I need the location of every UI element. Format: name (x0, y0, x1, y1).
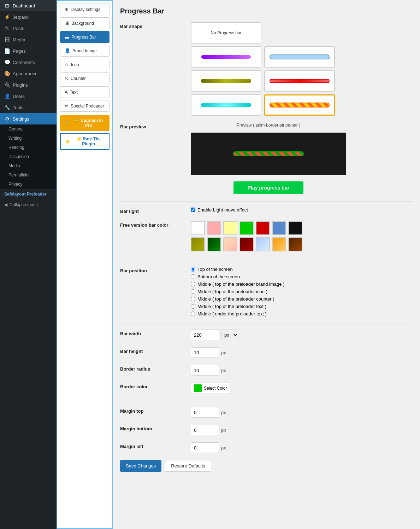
radio-bottom[interactable]: Bottom of the screen (191, 274, 284, 279)
swatch-light-blue-gradient[interactable] (256, 237, 270, 251)
swatch-black[interactable] (288, 221, 302, 235)
settings-icon: ⚙ (4, 116, 10, 122)
swatch-dark-red-gradient[interactable] (239, 237, 254, 251)
sidebar-item-settings[interactable]: ⚙ Settings (0, 113, 57, 124)
sidebar-item-dashboard[interactable]: ⊞ Dashboard (0, 0, 57, 11)
radio-middle-counter[interactable]: Middle ( top of the preloader counter ) (191, 296, 284, 302)
sidebar-item-tools[interactable]: 🔧 Tools (0, 102, 57, 113)
border-radius-unit: px (221, 368, 226, 373)
margin-bottom-input[interactable] (191, 425, 219, 435)
bar-shape-blue-outline[interactable] (264, 46, 335, 68)
border-radius-input[interactable] (191, 365, 219, 376)
swatch-red[interactable] (256, 221, 270, 235)
radio-middle-brand-input[interactable] (191, 282, 195, 286)
counter-icon: ½ (65, 76, 69, 81)
play-progress-bar-button[interactable]: Play progress bar (233, 181, 303, 194)
swatch-yellow[interactable] (223, 221, 237, 235)
sidebar-item-media[interactable]: 🖼 Media (0, 34, 57, 45)
border-color-picker[interactable]: Select Color (191, 383, 230, 394)
display-settings-button[interactable]: ⊞ Display settings (60, 4, 110, 15)
bar-shape-cyan[interactable] (191, 94, 261, 116)
margin-left-label: Margin left (120, 442, 184, 449)
icon-button[interactable]: ☆ Icon (60, 59, 110, 70)
bar-height-input[interactable] (191, 347, 219, 358)
collapse-icon: ◀ (4, 202, 7, 207)
swatch-pink[interactable] (207, 221, 221, 235)
bar-width-input-row: px % em (191, 330, 238, 340)
submenu-item-general[interactable]: General (0, 124, 57, 134)
bar-width-label: Bar width (120, 330, 184, 336)
swatch-dark-green-gradient[interactable] (207, 237, 221, 251)
radio-middle-text-below[interactable]: Middle ( under the preloader text ) (191, 311, 284, 316)
radio-middle-brand[interactable]: Middle ( top of the preloader brand imag… (191, 281, 284, 287)
action-buttons: Save Changes Restore Defaults (120, 460, 413, 472)
swatch-white[interactable] (191, 221, 205, 235)
bar-stripe-orange-preview (270, 103, 330, 107)
text-button[interactable]: A Text (60, 86, 110, 98)
submenu-item-privacy[interactable]: Privacy (0, 180, 57, 189)
collapse-menu[interactable]: ◀ Collapse menu (0, 199, 57, 210)
margin-left-row: Margin left px (120, 442, 413, 453)
save-changes-button[interactable]: Save Changes (120, 460, 161, 472)
margin-left-unit: px (221, 445, 226, 450)
submenu-item-discussion[interactable]: Discussion (0, 152, 57, 161)
media-icon: 🖼 (4, 37, 10, 42)
restore-defaults-button[interactable]: Restore Defaults (165, 460, 211, 472)
bar-position-label: Bar position (120, 267, 184, 273)
radio-middle-icon-input[interactable] (191, 289, 195, 294)
text-icon: A (65, 89, 68, 95)
radio-middle-text-above[interactable]: Middle ( top of the preloader text ) (191, 304, 284, 309)
radio-middle-counter-input[interactable] (191, 297, 195, 301)
rate-plugin-button[interactable]: ⭐ ⭐ Rate The Plugin (60, 133, 110, 150)
free-bar-color-row: Free version bar color (120, 221, 413, 254)
bar-shape-red-outline[interactable] (264, 70, 335, 92)
bar-height-row: Bar height px (120, 347, 413, 358)
bar-position-options: Top of the screen Bottom of the screen M… (191, 267, 284, 316)
upgrade-to-pro-button[interactable]: 🔒 🔒 Upgrade to Pro (60, 115, 110, 131)
bar-shape-olive[interactable] (191, 70, 261, 92)
sidebar-item-jetpack[interactable]: ⚡ Jetpack (0, 11, 57, 23)
sidebar-item-appearance[interactable]: 🎨 Appearance (0, 68, 57, 79)
radio-top-input[interactable] (191, 267, 195, 272)
sidebar-item-plugins[interactable]: 🔌 Plugins (0, 79, 57, 91)
bar-light-checkbox-label[interactable]: Enable Light move effect (191, 207, 248, 213)
sidebar-item-pages[interactable]: 📄 Pages (0, 45, 57, 57)
submenu-item-permalinks[interactable]: Permalinks (0, 170, 57, 180)
swatch-olive-gradient[interactable] (191, 237, 205, 251)
counter-button[interactable]: ½ Counter (60, 72, 110, 84)
sidebar-item-posts[interactable]: ✎ Posts (0, 23, 57, 34)
swatch-blue[interactable] (272, 221, 286, 235)
swatch-orange-gradient[interactable] (272, 237, 286, 251)
special-preloader-button[interactable]: ✏ Special Preloader (60, 100, 110, 112)
display-settings-icon: ⊞ (65, 7, 69, 12)
progress-bar-button[interactable]: ▬ Progress Bar (60, 31, 110, 43)
bar-shape-no-bar[interactable]: No Progress bar (191, 22, 261, 43)
preview-container: Preview ( anim-border-stripe-bar ) Play … (191, 123, 346, 194)
color-swatches-container (191, 221, 302, 254)
radio-bottom-input[interactable] (191, 274, 195, 279)
submenu-item-reading[interactable]: Reading (0, 143, 57, 152)
bar-height-label: Bar height (120, 347, 184, 354)
bar-light-checkbox[interactable] (191, 208, 195, 212)
bar-shape-purple[interactable] (191, 46, 261, 68)
swatch-green[interactable] (239, 221, 254, 235)
submenu-item-media[interactable]: Media (0, 161, 57, 170)
radio-middle-icon[interactable]: Middle ( top of the preloader icon ) (191, 289, 284, 294)
bar-height-input-row: px (191, 347, 226, 358)
brand-image-button[interactable]: 👤 Brand Image (60, 45, 110, 57)
radio-middle-text-below-input[interactable] (191, 312, 195, 316)
submenu-item-writing[interactable]: Writing (0, 134, 57, 143)
swatch-brown-gradient[interactable] (288, 237, 302, 251)
bar-width-input[interactable] (191, 330, 219, 340)
background-button[interactable]: 🖥 Background (60, 17, 110, 29)
margin-left-input[interactable] (191, 442, 219, 453)
sidebar-item-users[interactable]: 👤 Users (0, 91, 57, 102)
margin-top-input[interactable] (191, 407, 219, 418)
bar-width-row: Bar width px % em (120, 330, 413, 340)
radio-top[interactable]: Top of the screen (191, 267, 284, 272)
bar-width-unit-select[interactable]: px % em (221, 330, 238, 340)
bar-shape-stripe-orange[interactable] (264, 94, 335, 116)
swatch-peach-gradient[interactable] (223, 237, 237, 251)
sidebar-item-comments[interactable]: 💬 Comments (0, 57, 57, 68)
radio-middle-text-above-input[interactable] (191, 304, 195, 309)
